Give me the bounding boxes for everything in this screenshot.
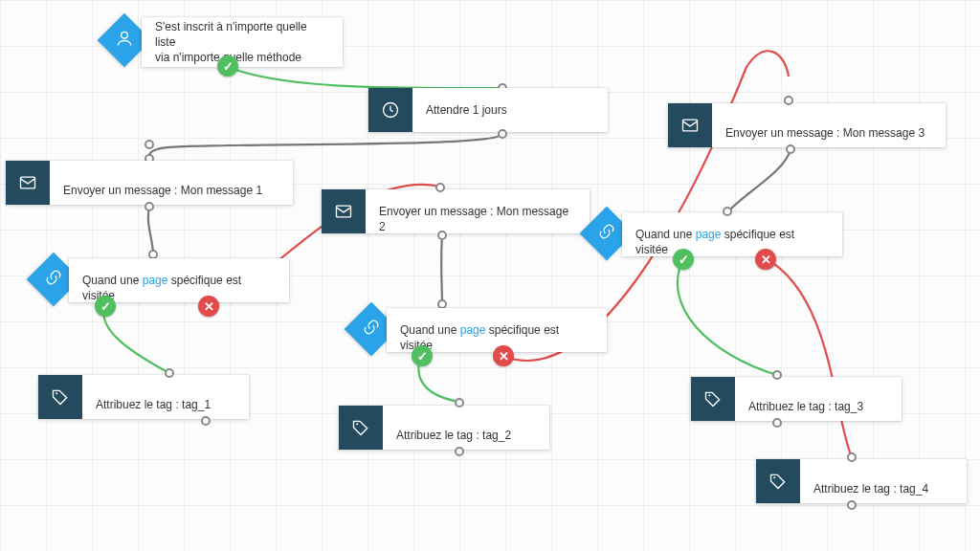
message-3-node[interactable]: Envoyer un message : Mon message 3 [668,103,946,147]
workflow-canvas[interactable]: S'est inscrit à n'importe quelle liste v… [0,0,980,551]
trigger-label: S'est inscrit à n'importe quelle liste v… [142,19,343,66]
tag-4-node[interactable]: Attribuez le tag : tag_4 [756,459,967,503]
message-1-label: Envoyer un message : Mon message 1 [50,167,276,198]
condition-3-check-badge[interactable]: ✓ [673,249,694,270]
port [772,418,782,428]
port [145,140,154,149]
mail-icon [6,161,50,205]
port [201,416,211,426]
port [786,144,795,154]
port [435,183,445,192]
port [847,500,857,510]
svg-point-3 [56,392,57,394]
page-link[interactable]: page [696,228,722,241]
wait-label: Attendre 1 jours [412,102,521,118]
condition-3-cross-badge[interactable]: ✕ [755,249,776,270]
tag-icon [38,375,82,419]
tag-2-label: Attribuez le tag : tag_2 [383,412,524,443]
svg-point-0 [122,32,128,38]
svg-point-7 [708,394,710,396]
mail-icon [668,103,712,147]
tag-icon [339,406,383,450]
port [847,452,857,462]
tag-3-label: Attribuez le tag : tag_3 [735,384,877,414]
port [165,368,174,378]
svg-rect-4 [337,206,351,217]
port [437,231,447,240]
port [772,370,782,380]
tag-icon [691,377,735,421]
wait-node[interactable]: Attendre 1 jours [368,88,608,132]
port [455,398,464,408]
tag-4-label: Attribuez le tag : tag_4 [800,466,942,496]
message-2-node[interactable]: Envoyer un message : Mon message 2 [322,189,590,233]
person-icon [115,29,134,52]
tag-3-node[interactable]: Attribuez le tag : tag_3 [691,377,902,421]
condition-2-check-badge[interactable]: ✓ [412,345,433,366]
tag-2-node[interactable]: Attribuez le tag : tag_2 [339,406,549,450]
mail-icon [322,189,366,233]
svg-rect-2 [21,177,35,188]
message-2-label: Envoyer un message : Mon message 2 [366,188,590,235]
condition-3-label: Quand une page spécifique est visitée [622,211,842,258]
condition-2-cross-badge[interactable]: ✕ [493,345,514,366]
port [784,96,793,105]
port [723,207,732,216]
port [498,129,507,139]
message-3-label: Envoyer un message : Mon message 3 [712,110,938,141]
svg-rect-6 [683,120,698,131]
tag-1-node[interactable]: Attribuez le tag : tag_1 [38,375,249,419]
page-link[interactable]: page [143,274,168,287]
svg-point-8 [773,476,775,478]
condition-3-node[interactable]: Quand une page spécifique est visitée [622,212,842,256]
condition-1-check-badge[interactable]: ✓ [95,296,116,317]
message-1-node[interactable]: Envoyer un message : Mon message 1 [6,161,293,205]
link-icon [362,318,381,341]
tag-icon [756,459,800,503]
svg-point-5 [356,423,358,425]
port [145,202,154,211]
link-icon [597,222,616,245]
condition-1-cross-badge[interactable]: ✕ [198,296,219,317]
tag-1-label: Attribuez le tag : tag_1 [82,382,224,412]
clock-icon [368,88,412,132]
link-icon [44,268,63,291]
trigger-check-badge[interactable]: ✓ [217,55,238,77]
page-link[interactable]: page [460,323,486,337]
trigger-node[interactable]: S'est inscrit à n'importe quelle liste v… [142,17,343,67]
port [455,447,464,456]
